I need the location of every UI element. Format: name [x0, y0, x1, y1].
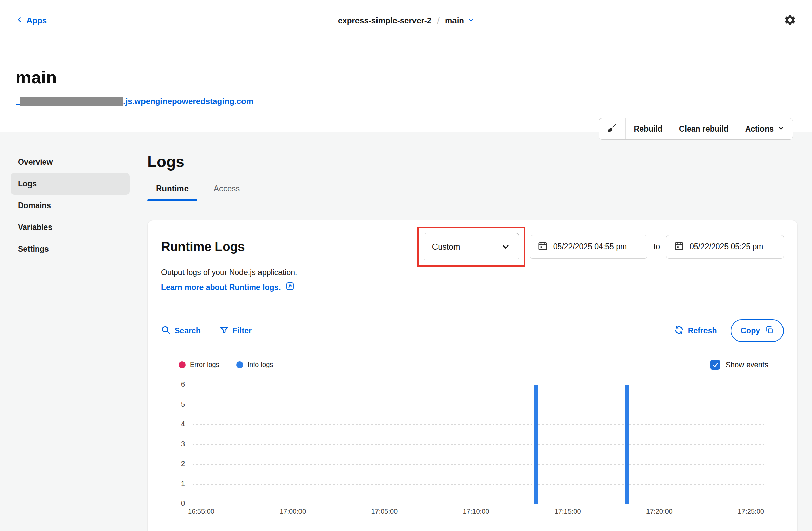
time-range-controls: Custom 05/22/2025 04:55 pm to [417, 226, 784, 267]
chart-event-line [574, 384, 574, 503]
highlight-box: Custom [417, 226, 525, 267]
chart-gridline [192, 484, 764, 485]
sidebar-item-domains[interactable]: Domains [11, 195, 130, 216]
environment-url-link[interactable]: .js.wpenginepoweredstaging.com [123, 97, 253, 106]
chevron-down-icon [778, 124, 784, 134]
breadcrumb-separator: / [437, 15, 439, 26]
runtime-logs-header: Runtime Logs Custom [161, 226, 784, 267]
clean-cache-button[interactable] [599, 118, 625, 139]
broom-icon [607, 123, 617, 135]
chart-y-tick-label: 6 [166, 381, 185, 388]
chart-gridline [192, 444, 764, 445]
clean-rebuild-label: Clean rebuild [679, 124, 728, 134]
chart-gridline [192, 464, 764, 464]
date-to-field[interactable]: 05/22/2025 05:25 pm [666, 235, 784, 259]
refresh-label: Refresh [688, 326, 717, 335]
main-panel: Logs Runtime Access Runtime Logs Custom [147, 151, 798, 531]
sidebar-item-overview[interactable]: Overview [11, 151, 130, 173]
chevron-down-icon [501, 242, 510, 252]
error-logs-dot [179, 362, 186, 368]
time-range-value: Custom [432, 242, 460, 252]
filter-button[interactable]: Filter [220, 325, 252, 336]
back-label: Apps [27, 16, 47, 26]
logs-toolbar: Search Filter Refresh [161, 309, 784, 352]
external-link-icon [286, 282, 294, 293]
chart-event-line [632, 384, 632, 503]
chart-gridline [192, 384, 764, 385]
chart-y-tick-label: 4 [166, 420, 185, 428]
gear-icon [783, 14, 796, 28]
chart-x-tick-label: 17:00:00 [269, 507, 317, 515]
chart-x-tick-label: 17:10:00 [452, 507, 500, 515]
chart-x-tick-label: 17:20:00 [636, 507, 683, 515]
date-from-field[interactable]: 05/22/2025 04:55 pm [530, 235, 648, 259]
page-title: Logs [147, 152, 798, 171]
clean-rebuild-button[interactable]: Clean rebuild [670, 118, 737, 139]
copy-icon [765, 325, 774, 336]
refresh-icon [674, 325, 684, 337]
runtime-logs-description: Output logs of your Node.js application. [161, 267, 784, 277]
search-label: Search [175, 326, 201, 335]
toolbar-right: Refresh Copy [674, 320, 784, 342]
logs-tabs: Runtime Access [147, 184, 798, 201]
actions-menu-button[interactable]: Actions [737, 118, 793, 139]
runtime-logs-card: Runtime Logs Custom [147, 220, 798, 531]
rebuild-label: Rebuild [634, 124, 663, 134]
sidebar-item-variables[interactable]: Variables [11, 216, 130, 238]
rebuild-button[interactable]: Rebuild [625, 118, 670, 139]
to-label: to [654, 242, 660, 251]
chart-x-tick-label: 17:05:00 [361, 507, 408, 515]
chart-gridline [192, 424, 764, 425]
chart-plot-area: 012345616:55:0017:00:0017:05:0017:10:001… [192, 384, 764, 503]
search-button[interactable]: Search [161, 325, 201, 337]
chart-event-line [583, 384, 583, 503]
copy-button[interactable]: Copy [730, 320, 784, 342]
chart-y-tick-label: 0 [166, 500, 185, 507]
sidebar: Overview Logs Domains Variables Settings [11, 151, 130, 531]
chart-legend-row: Error logs Info logs Show events [161, 360, 784, 370]
content-region: Overview Logs Domains Variables Settings… [0, 132, 812, 531]
info-logs-dot [236, 362, 243, 368]
learn-more-link[interactable]: Learn more about Runtime logs. [161, 282, 294, 293]
tab-access[interactable]: Access [205, 184, 249, 201]
refresh-button[interactable]: Refresh [674, 325, 717, 337]
back-to-apps-link[interactable]: Apps [16, 16, 47, 26]
environment-selector[interactable]: main [445, 16, 474, 26]
info-logs-label: Info logs [248, 361, 273, 369]
chart-gridline [192, 503, 764, 504]
show-events-toggle[interactable]: Show events [710, 360, 784, 370]
show-events-label: Show events [725, 360, 768, 369]
copy-label: Copy [741, 326, 760, 335]
chart-event-line [624, 384, 624, 503]
settings-gear-button[interactable] [783, 14, 796, 28]
environment-url-row: .js.wpenginepoweredstaging.com [16, 96, 796, 106]
chart-x-tick-label: 17:25:00 [727, 507, 775, 515]
filter-icon [220, 325, 229, 336]
breadcrumb-env: main [445, 16, 464, 26]
chart-gridline [192, 404, 764, 405]
chart-event-line [621, 384, 621, 503]
tab-runtime[interactable]: Runtime [147, 184, 198, 201]
calendar-icon [538, 241, 548, 253]
chart-event-line [569, 384, 569, 503]
sidebar-item-logs[interactable]: Logs [11, 173, 130, 195]
time-range-dropdown[interactable]: Custom [424, 233, 519, 261]
show-events-checkbox[interactable] [710, 360, 720, 370]
check-icon [712, 362, 719, 368]
chevron-left-icon [16, 16, 23, 26]
topbar: Apps express-simple-server-2 / main [0, 0, 812, 41]
learn-more-label: Learn more about Runtime logs. [161, 283, 281, 292]
actions-label: Actions [745, 124, 774, 134]
filter-label: Filter [233, 326, 252, 335]
calendar-icon [674, 241, 684, 253]
legend-item-info-logs: Info logs [236, 361, 273, 369]
date-from-value: 05/22/2025 04:55 pm [553, 242, 627, 251]
breadcrumb-app: express-simple-server-2 [338, 16, 432, 26]
chart-x-tick-label: 17:15:00 [544, 507, 592, 515]
redaction-block [20, 97, 123, 106]
legend-item-error-logs: Error logs [179, 361, 219, 369]
breadcrumb: express-simple-server-2 / main [338, 15, 474, 26]
sidebar-item-settings[interactable]: Settings [11, 238, 130, 260]
chart-y-tick-label: 5 [166, 400, 185, 408]
runtime-logs-title: Runtime Logs [161, 240, 245, 254]
